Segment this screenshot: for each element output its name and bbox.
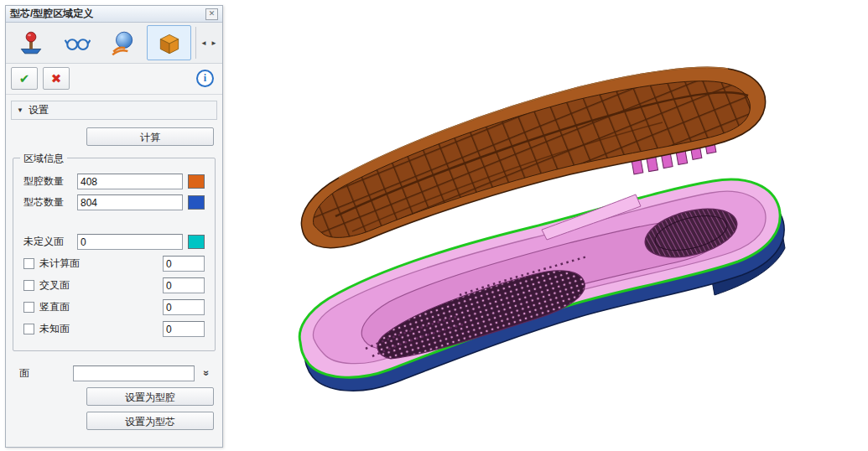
cavity-count-input[interactable]	[77, 174, 183, 189]
face-expand-button[interactable]: »	[200, 365, 214, 381]
info-icon: i	[204, 72, 206, 85]
cavity-count-row: 型腔数量	[23, 174, 205, 189]
calculate-button[interactable]: 计算	[86, 127, 214, 146]
core-cavity-dialog: 型芯/型腔区域定义 ✕	[5, 5, 223, 448]
check-regions-icon	[18, 29, 44, 56]
cavity-count-label: 型腔数量	[23, 174, 72, 189]
face-label: 面	[19, 366, 68, 381]
vertical-face-label: 竖直面	[39, 300, 158, 314]
close-x-icon: ✖	[51, 71, 62, 86]
unknown-face-row: 未知面	[23, 321, 205, 337]
crossover-face-row: 交叉面	[23, 277, 205, 293]
toolbar-separator	[195, 27, 196, 59]
uncalculated-face-row: 未计算面	[23, 256, 205, 272]
glasses-icon	[64, 29, 91, 56]
undefined-face-row: 未定义面	[23, 234, 205, 250]
undefined-face-label: 未定义面	[23, 235, 72, 249]
settings-section-label: 设置	[29, 103, 49, 117]
region-info-gap	[13, 215, 215, 229]
cancel-button[interactable]: ✖	[43, 67, 70, 90]
toolbar-scroll-left-icon[interactable]: ◄	[199, 25, 209, 60]
vertical-face-checkbox[interactable]	[23, 302, 34, 313]
dialog-toolbar: ◄ ►	[6, 23, 222, 64]
cavity-color-swatch[interactable]	[188, 174, 205, 189]
toolbar-button-check-regions[interactable]	[9, 25, 54, 60]
dialog-close-icon[interactable]: ✕	[205, 8, 218, 20]
core-color-swatch[interactable]	[188, 195, 205, 210]
crossover-face-label: 交叉面	[39, 278, 158, 293]
crossover-face-checkbox[interactable]	[23, 280, 34, 291]
core-count-row: 型芯数量	[23, 194, 205, 210]
face-select-row: 面 »	[19, 365, 214, 381]
dialog-titlebar[interactable]: 型芯/型腔区域定义 ✕	[6, 6, 222, 23]
unknown-face-input[interactable]	[163, 321, 205, 337]
unknown-face-label: 未知面	[39, 322, 158, 336]
core-count-label: 型芯数量	[23, 195, 72, 210]
dialog-actions-row: ✔ ✖ i	[6, 64, 222, 95]
check-icon: ✔	[19, 71, 30, 86]
crossover-face-input[interactable]	[163, 277, 205, 293]
uncalculated-face-label: 未计算面	[39, 257, 158, 271]
toolbar-button-assign-regions[interactable]	[101, 25, 146, 60]
unknown-face-checkbox[interactable]	[23, 324, 34, 334]
ok-button[interactable]: ✔	[11, 67, 38, 90]
sphere-regions-icon	[110, 29, 137, 56]
info-button[interactable]: i	[196, 70, 214, 87]
uncalculated-face-input[interactable]	[163, 256, 205, 272]
vertical-face-input[interactable]	[163, 299, 205, 315]
toolbar-button-define-regions[interactable]	[147, 25, 191, 60]
face-input[interactable]	[73, 365, 195, 381]
toolbar-button-view-regions[interactable]	[55, 25, 100, 60]
dialog-title: 型芯/型腔区域定义	[10, 7, 205, 21]
uncalculated-face-checkbox[interactable]	[23, 258, 34, 269]
vertical-face-row: 竖直面	[23, 299, 205, 315]
chevron-double-down-icon: »	[201, 371, 213, 376]
undefined-face-input[interactable]	[77, 234, 183, 250]
orange-box-icon	[156, 29, 183, 56]
set-as-cavity-button[interactable]: 设置为型腔	[86, 387, 214, 406]
toolbar-scroll-right-icon[interactable]: ►	[209, 25, 219, 60]
undefined-face-color-swatch[interactable]	[188, 235, 205, 249]
collapse-triangle-icon: ▼	[17, 106, 23, 114]
set-as-core-button[interactable]: 设置为型芯	[86, 412, 214, 430]
settings-section-header[interactable]: ▼ 设置	[11, 101, 217, 120]
core-count-input[interactable]	[77, 194, 183, 210]
region-info-group: 区域信息 型腔数量 型芯数量 未定义面 未计算面 交叉面	[13, 158, 216, 351]
region-info-legend: 区域信息	[20, 152, 67, 166]
